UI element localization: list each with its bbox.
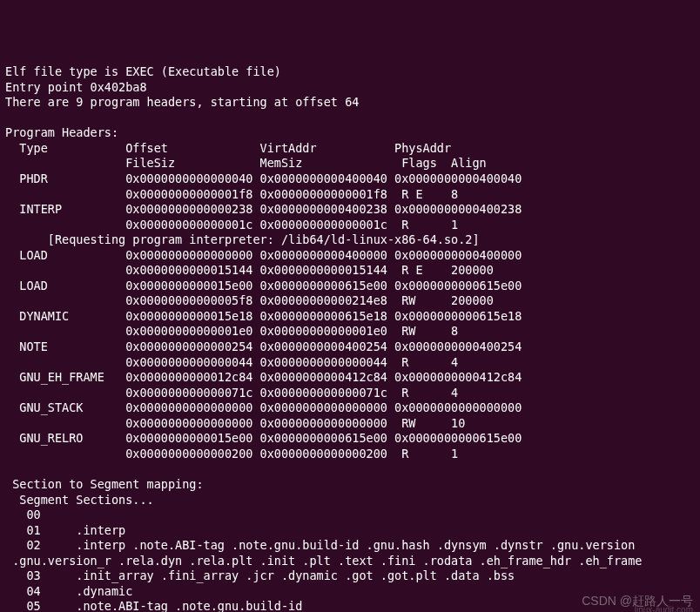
ph-col-header-2: FileSiz MemSiz Flags Align — [5, 156, 487, 170]
ph-row: GNU_RELRO 0x0000000000015e00 0x000000000… — [5, 431, 522, 445]
ph-row: 0x00000000000001e0 0x00000000000001e0 RW… — [5, 324, 458, 338]
ph-row: DYNAMIC 0x0000000000015e18 0x00000000006… — [5, 309, 522, 323]
ph-row: GNU_STACK 0x0000000000000000 0x000000000… — [5, 400, 522, 414]
segment-row: 02 .interp .note.ABI-tag .note.gnu.build… — [5, 538, 635, 552]
ph-row: 0x0000000000000044 0x0000000000000044 R … — [5, 355, 458, 369]
ph-count-line: There are 9 program headers, starting at… — [5, 95, 359, 109]
ph-row: 0x000000000000001c 0x000000000000001c R … — [5, 218, 458, 232]
watermark-text-2: linux-audit.com — [635, 604, 693, 612]
ph-row: GNU_EH_FRAME 0x0000000000012c84 0x000000… — [5, 370, 522, 384]
ph-col-header-1: Type Offset VirtAddr PhysAddr — [5, 141, 451, 155]
segment-row: 05 .note.ABI-tag .note.gnu.build-id — [5, 599, 310, 612]
segment-row: 00 — [5, 508, 76, 521]
ph-row: 0x0000000000000000 0x0000000000000000 RW… — [5, 416, 465, 430]
terminal-output: Elf file type is EXEC (Executable file) … — [5, 64, 695, 612]
ph-row: NOTE 0x0000000000000254 0x00000000004002… — [5, 340, 522, 353]
ph-row: 0x00000000000005f8 0x00000000000214e8 RW… — [5, 293, 494, 307]
ph-row: LOAD 0x0000000000000000 0x00000000004000… — [5, 248, 522, 262]
segment-row: 01 .interp — [5, 523, 132, 537]
entry-point-line: Entry point 0x402ba8 — [5, 80, 147, 94]
mapping-subtitle: Segment Sections... — [5, 493, 154, 507]
ph-row: PHDR 0x0000000000000040 0x00000000004000… — [5, 171, 522, 185]
ph-row: 0x00000000000001f8 0x00000000000001f8 R … — [5, 187, 458, 201]
program-headers-title: Program Headers: — [5, 125, 118, 139]
segment-row: .gnu.version_r .rela.dyn .rela.plt .init… — [5, 554, 650, 568]
mapping-title: Section to Segment mapping: — [5, 477, 204, 491]
elf-type-line: Elf file type is EXEC (Executable file) — [5, 64, 281, 78]
ph-row: 0x0000000000015144 0x0000000000015144 R … — [5, 263, 494, 277]
segment-row: 04 .dynamic — [5, 584, 139, 598]
ph-row: [Requesting program interpreter: /lib64/… — [5, 232, 480, 246]
ph-row: 0x000000000000071c 0x000000000000071c R … — [5, 386, 458, 400]
ph-row: 0x0000000000000200 0x0000000000000200 R … — [5, 447, 458, 461]
ph-row: LOAD 0x0000000000015e00 0x0000000000615e… — [5, 279, 522, 293]
ph-row: INTERP 0x0000000000000238 0x000000000040… — [5, 202, 522, 216]
segment-row: 03 .init_array .fini_array .jcr .dynamic… — [5, 568, 522, 582]
